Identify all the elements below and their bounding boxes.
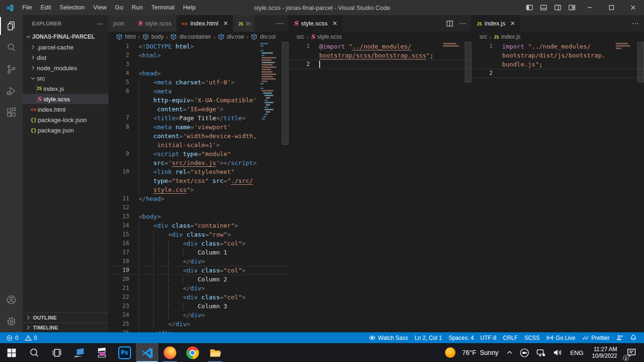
tree-item-node-modules[interactable]: node_modules	[23, 63, 108, 73]
code-line[interactable]: content='width=device-width,	[108, 132, 289, 140]
sidebar-panel-timeline[interactable]: TIMELINE	[23, 322, 108, 332]
code-line[interactable]: type="text/css" src="./src/	[108, 176, 289, 185]
menu-selection[interactable]: Selection	[55, 0, 89, 15]
maximize-button[interactable]	[601, 0, 622, 15]
code-line[interactable]: initial-scale=1'>	[108, 140, 289, 149]
breadcrumb-item-div-container[interactable]: div.container	[170, 33, 211, 40]
tree-item-src[interactable]: src	[23, 73, 108, 83]
code-line[interactable]: style.css">	[108, 185, 289, 194]
weather-icon[interactable]	[442, 343, 458, 362]
code-line[interactable]: 17 Column 1	[108, 248, 289, 257]
tree-item-package-lock-json[interactable]: {}package-lock.json	[23, 115, 108, 125]
minimap[interactable]	[443, 43, 464, 49]
code-line[interactable]: 24 </div>	[108, 311, 289, 320]
more-actions-icon[interactable]: ⋯	[632, 19, 639, 28]
code-line[interactable]: bundle.js";	[472, 60, 644, 69]
scrollbar-slider[interactable]	[637, 42, 644, 82]
code-line[interactable]: 15 <div class="row">	[108, 230, 289, 239]
toggle-sidebar-icon[interactable]	[522, 0, 537, 15]
tab-json[interactable]: json	[108, 15, 133, 32]
taskbar-vscode-icon[interactable]	[136, 343, 158, 362]
minimap[interactable]	[260, 43, 281, 120]
notification-center-icon[interactable]: 1	[622, 343, 644, 362]
more-actions-icon[interactable]: ⋯	[459, 19, 467, 28]
taskbar-start-icon[interactable]	[0, 343, 23, 362]
code-line[interactable]: 11</head>	[108, 194, 289, 203]
menu-view[interactable]: View	[89, 0, 111, 15]
activitybar-source-control-icon[interactable]	[0, 58, 23, 80]
code-line[interactable]: 18 </div>	[108, 257, 289, 266]
code-line[interactable]: 16 <div class="col">	[108, 239, 289, 248]
scrollbar-slider[interactable]	[282, 42, 289, 145]
status-watch-sass[interactable]: Watch Sass	[365, 332, 412, 343]
tab-style-scss[interactable]: Sstyle.scss	[133, 15, 177, 32]
taskbar-task-view-icon[interactable]	[45, 343, 68, 362]
minimize-button[interactable]	[579, 0, 601, 15]
toggle-secondary-sidebar-icon[interactable]	[551, 0, 565, 15]
code-editor[interactable]: 1@import "../node_modules/bootstrap/scss…	[289, 42, 471, 332]
tree-item--parcel-cache[interactable]: .parcel-cache	[23, 42, 108, 52]
code-line[interactable]: 22 <div class="col">	[108, 293, 289, 302]
breadcrumb-item-index-js[interactable]: JSindex.js	[494, 33, 520, 40]
code-line[interactable]: 2	[289, 60, 471, 69]
tab-style-scss[interactable]: Sstyle.scss✕	[289, 15, 343, 32]
weather-text[interactable]: 76°F Sunny	[458, 349, 503, 356]
language-indicator[interactable]: ENG	[566, 349, 587, 356]
code-editor[interactable]: 1<!DOCTYPE html>2<html>34<head>5 <meta c…	[108, 42, 289, 332]
menu-terminal[interactable]: Terminal	[147, 0, 179, 15]
meet-now-icon[interactable]	[516, 343, 533, 362]
minimap[interactable]	[616, 43, 636, 51]
tree-item-dist[interactable]: dist	[23, 52, 108, 63]
volume-icon[interactable]	[549, 343, 566, 362]
status-utf-8[interactable]: UTF-8	[477, 332, 500, 343]
tree-item-jonas-final-parcel[interactable]: JONAS-FINAL-PARCEL	[23, 32, 108, 42]
tab-in[interactable]: JSin	[233, 15, 255, 32]
breadcrumb-item-style-scss[interactable]: Sstyle.scss	[311, 33, 342, 40]
code-line[interactable]: 23 Column 3	[108, 302, 289, 311]
status-warning[interactable]: 0	[22, 332, 41, 343]
tree-item-package-json[interactable]: {}package.json	[23, 125, 108, 135]
code-line[interactable]: 14 <div class="container">	[108, 221, 289, 230]
tree-item-index-js[interactable]: JSindex.js	[23, 83, 108, 94]
breadcrumb-item-html[interactable]: html	[116, 33, 136, 40]
taskbar-stack-icon[interactable]	[91, 343, 113, 362]
code-line[interactable]: 8 <meta name='viewport'	[108, 123, 289, 132]
taskbar-firefox-icon[interactable]	[158, 343, 181, 362]
status-error[interactable]: 0	[3, 332, 22, 343]
split-editor-icon[interactable]	[446, 20, 454, 27]
code-line[interactable]: 20 Column 2	[108, 275, 289, 284]
tree-item-style-scss[interactable]: Sstyle.scss	[23, 94, 108, 104]
breadcrumb-item-src[interactable]: src	[297, 33, 304, 40]
breadcrumb-item-div-col[interactable]: div.col	[251, 33, 275, 40]
status-feedback[interactable]	[613, 332, 627, 343]
breadcrumb-item-src[interactable]: src	[479, 33, 487, 40]
menu-file[interactable]: File	[18, 0, 36, 15]
breadcrumb-item-body[interactable]: body	[142, 33, 164, 40]
customize-layout-icon[interactable]	[565, 0, 579, 15]
network-icon[interactable]	[533, 343, 549, 362]
status-bell[interactable]	[627, 332, 640, 343]
breadcrumb-item-div-row[interactable]: div.row	[218, 33, 244, 40]
code-line[interactable]: 9 <script type="module"	[108, 149, 289, 158]
code-line[interactable]: 2	[472, 69, 644, 78]
taskbar-pc-icon[interactable]	[68, 343, 91, 362]
tree-item-index-html[interactable]: <>index.html	[23, 104, 108, 115]
tray-chevron-up-icon[interactable]	[503, 343, 516, 362]
code-line[interactable]: 12	[108, 203, 289, 212]
code-line[interactable]: 13<body>	[108, 212, 289, 221]
status-go-live[interactable]: Go Live	[543, 332, 578, 343]
code-editor[interactable]: 1import "../node_modules/bootstrap/dist/…	[472, 42, 644, 332]
activitybar-explorer-icon[interactable]	[0, 15, 23, 37]
activitybar-search-icon[interactable]	[0, 37, 23, 58]
scrollbar-slider[interactable]	[465, 42, 471, 82]
activitybar-extensions-icon[interactable]	[0, 102, 23, 123]
code-line[interactable]: 10 <link rel="stylesheet"	[108, 167, 289, 176]
tab-index-js[interactable]: JSindex.js✕	[472, 15, 520, 32]
menu-run[interactable]: Run	[127, 0, 147, 15]
status-spaces-4[interactable]: Spaces: 4	[445, 332, 477, 343]
code-line[interactable]: bootstrap/dist/js/bootstrap.	[472, 51, 644, 60]
taskbar-photoshop-icon[interactable]: Ps	[113, 343, 136, 362]
status-crlf[interactable]: CRLF	[500, 332, 521, 343]
menu-edit[interactable]: Edit	[36, 0, 55, 15]
activitybar-settings-icon[interactable]	[0, 311, 23, 332]
